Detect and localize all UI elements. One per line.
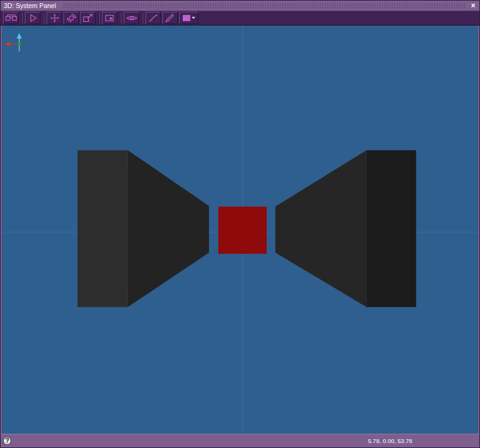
rotate-button[interactable] — [63, 12, 79, 24]
annotate-button[interactable] — [162, 12, 178, 24]
y-axis-arrowhead — [17, 33, 22, 39]
titlebar[interactable]: 3D: System Panel × — [1, 1, 479, 11]
orbit-rotate-icon — [65, 13, 78, 23]
right-frustum-base-face[interactable] — [366, 150, 416, 307]
toolbar-separator — [120, 12, 121, 24]
stereo-3d-glasses-icon — [5, 13, 17, 23]
titlebar-drag-texture — [63, 2, 465, 9]
measure-pen-icon — [147, 13, 160, 23]
close-button[interactable]: × — [469, 1, 478, 10]
viewport-3d[interactable] — [2, 26, 478, 434]
pan-button[interactable] — [47, 12, 62, 24]
color-swatch-button[interactable] — [179, 12, 198, 24]
statusbar: ? 5.78, 0.00, 53.78 — [1, 434, 479, 447]
axis-triad — [4, 33, 22, 52]
render-region-icon — [104, 13, 116, 23]
coordinates-readout: 5.78, 0.00, 53.78 — [368, 437, 412, 444]
left-frustum-cone-face[interactable] — [127, 150, 209, 307]
x-axis-arrowhead — [4, 42, 10, 47]
visibility-eye-icon — [126, 13, 138, 23]
toolbar-separator — [142, 12, 143, 24]
window-title: 3D: System Panel — [2, 2, 59, 10]
measure-button[interactable] — [145, 12, 161, 24]
play-button[interactable] — [25, 12, 40, 24]
viewport-frame — [1, 26, 479, 434]
right-frustum-cone-face[interactable] — [275, 150, 367, 307]
toolbar-separator — [43, 12, 44, 24]
annotate-pencil-icon — [164, 13, 177, 23]
color-swatch-icon — [182, 13, 196, 23]
toolbar-separator — [98, 12, 99, 24]
pan-move-icon — [48, 13, 61, 23]
scene-canvas — [2, 26, 478, 434]
left-frustum-base-face[interactable] — [78, 150, 128, 307]
stereo-view-button[interactable] — [3, 12, 19, 24]
play-icon — [27, 13, 39, 23]
help-button[interactable]: ? — [3, 437, 11, 445]
visibility-button[interactable] — [124, 12, 139, 24]
z-axis-marker — [17, 42, 21, 45]
zoom-fit-icon — [82, 13, 95, 23]
render-region-button[interactable] — [102, 12, 118, 24]
toolbar — [1, 11, 479, 26]
toolbar-separator — [21, 12, 22, 24]
zoom-fit-button[interactable] — [80, 12, 96, 24]
center-cube[interactable] — [218, 207, 267, 254]
window-3d-system-panel: 3D: System Panel × — [0, 0, 480, 448]
